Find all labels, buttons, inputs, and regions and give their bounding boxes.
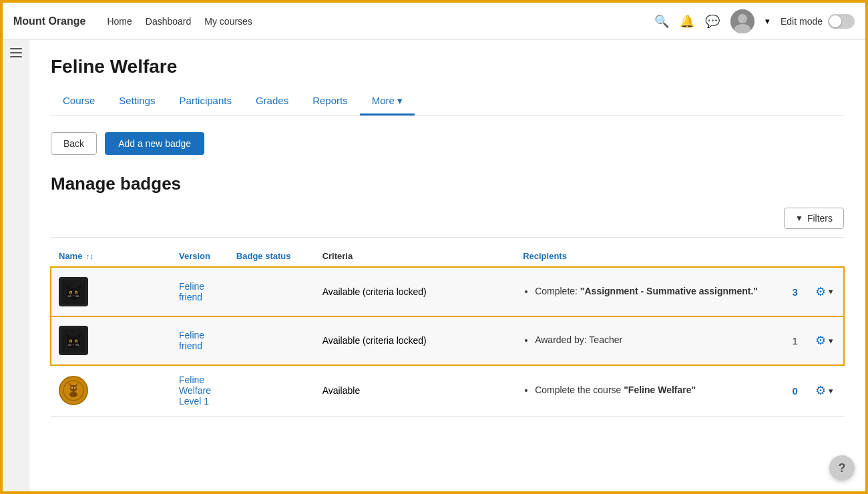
table-row: Felinefriend Available (criteria locked)… — [51, 267, 844, 316]
sidebar-toggle-button[interactable] — [3, 40, 29, 491]
tab-reports[interactable]: Reports — [300, 88, 360, 115]
svg-point-9 — [70, 292, 71, 294]
svg-line-26 — [68, 345, 71, 346]
toggle-knob — [829, 15, 841, 27]
badge-icon-cat-2 — [59, 326, 88, 355]
badge-icon-cat — [59, 277, 88, 306]
svg-point-35 — [69, 392, 77, 397]
gear-icon-3[interactable]: ⚙ — [815, 383, 826, 398]
nav-dashboard[interactable]: Dashboard — [146, 16, 192, 27]
badge-icon-cell-2 — [51, 316, 171, 365]
badge-recipients-3: 0 — [785, 365, 808, 417]
filters-row: ▼ Filters — [51, 208, 844, 229]
col-header-name: Name ↑↕ — [51, 246, 171, 267]
badge-name-cell-3: FelineWelfareLevel 1 — [171, 365, 228, 417]
main-content: Feline Welfare Course Settings Participa… — [29, 40, 865, 491]
svg-line-13 — [68, 296, 71, 297]
svg-point-33 — [71, 387, 73, 389]
nav-my-courses[interactable]: My courses — [204, 16, 252, 27]
menu-line-1 — [10, 48, 22, 49]
svg-point-17 — [67, 336, 80, 348]
gear-icon-1[interactable]: ⚙ — [815, 284, 826, 299]
search-icon[interactable]: 🔍 — [654, 14, 669, 29]
chevron-down-icon-2[interactable]: ▾ — [829, 336, 833, 346]
gear-icon-2[interactable]: ⚙ — [815, 333, 826, 348]
add-badge-button[interactable]: Add a new badge — [105, 132, 204, 155]
badge-icon-gold-3 — [59, 376, 88, 405]
more-dropdown-icon: ▾ — [397, 95, 403, 106]
tab-more[interactable]: More ▾ — [360, 88, 415, 115]
sort-icon[interactable]: ↑↕ — [86, 252, 93, 260]
main-layout: Feline Welfare Course Settings Participa… — [3, 40, 865, 491]
badge-status-2: Available (criteria locked) — [314, 316, 515, 365]
badge-name-cell-2: Felinefriend — [171, 316, 228, 365]
badge-name-cell-1: Felinefriend — [171, 267, 228, 316]
svg-point-1 — [738, 14, 747, 23]
badge-name-link-2[interactable]: Felinefriend — [179, 330, 220, 351]
chevron-down-icon-1[interactable]: ▾ — [829, 286, 833, 296]
filter-icon: ▼ — [795, 214, 803, 223]
help-button[interactable]: ? — [829, 455, 855, 481]
badge-status-3: Available — [314, 365, 515, 417]
tab-settings[interactable]: Settings — [107, 88, 167, 115]
menu-line-2 — [10, 52, 22, 53]
section-title: Manage badges — [51, 174, 844, 194]
chevron-down-icon-3[interactable]: ▾ — [829, 386, 833, 396]
avatar[interactable] — [730, 9, 754, 33]
col-header-version: Version — [171, 246, 228, 267]
badge-recipients-1: 3 — [785, 267, 808, 316]
tab-participants[interactable]: Participants — [168, 88, 244, 115]
badge-actions-1: ⚙ ▾ — [807, 267, 844, 316]
recipients-count-3[interactable]: 0 — [793, 385, 798, 397]
table-body: Felinefriend Available (criteria locked)… — [51, 267, 844, 417]
badge-version-3 — [228, 365, 314, 417]
edit-mode-toggle[interactable] — [828, 14, 855, 29]
col-header-criteria: Criteria — [314, 246, 515, 267]
badge-status-1: Available (criteria locked) — [314, 267, 515, 316]
recipients-count-1[interactable]: 3 — [793, 286, 798, 298]
chat-icon[interactable]: 💬 — [705, 14, 720, 29]
back-button[interactable]: Back — [51, 132, 97, 155]
table-header: Name ↑↕ Version Badge status Criteria Re… — [51, 246, 844, 267]
badge-criteria-2: Awarded by: Teacher — [515, 316, 784, 365]
svg-point-34 — [74, 387, 75, 389]
course-tabs: Course Settings Participants Grades Repo… — [51, 88, 844, 116]
avatar-dropdown-icon[interactable]: ▾ — [765, 16, 770, 26]
col-header-status: Badge status — [228, 246, 314, 267]
edit-mode-wrap: Edit mode — [781, 14, 855, 29]
badge-icon-cell — [51, 267, 171, 316]
svg-line-28 — [75, 345, 79, 346]
nav-right: 🔍 🔔 💬 ▾ Edit mode — [654, 9, 855, 33]
badge-name-link-3[interactable]: FelineWelfareLevel 1 — [179, 375, 220, 407]
bell-icon[interactable]: 🔔 — [680, 14, 694, 29]
edit-mode-label: Edit mode — [781, 16, 823, 27]
table-row: FelineWelfareLevel 1 Available Complete … — [51, 365, 844, 417]
svg-point-22 — [70, 340, 71, 343]
badge-actions-3: ⚙ ▾ — [807, 365, 844, 417]
tab-grades[interactable]: Grades — [244, 88, 300, 115]
badge-criteria-3: Complete the course "Feline Welfare" — [515, 365, 784, 417]
badge-version-2 — [228, 316, 314, 365]
top-navigation: Mount Orange Home Dashboard My courses 🔍… — [3, 3, 865, 40]
svg-point-4 — [67, 288, 80, 300]
divider — [51, 237, 844, 238]
col-header-recipients: Recipients — [515, 246, 784, 267]
badge-name-link-1[interactable]: Felinefriend — [179, 281, 220, 302]
action-buttons: Back Add a new badge — [51, 132, 844, 155]
svg-line-15 — [75, 296, 79, 297]
svg-point-10 — [75, 292, 77, 294]
svg-point-23 — [75, 340, 77, 343]
menu-line-3 — [10, 56, 22, 57]
course-title: Feline Welfare — [51, 56, 844, 77]
badge-criteria-1: Complete: "Assignment - Summative assign… — [515, 267, 784, 316]
recipients-count-2: 1 — [793, 335, 798, 346]
badge-version-1 — [228, 267, 314, 316]
table-row: Felinefriend Available (criteria locked)… — [51, 316, 844, 365]
filters-label: Filters — [807, 213, 833, 224]
filters-button[interactable]: ▼ Filters — [784, 208, 844, 229]
col-header-actions — [785, 246, 808, 267]
nav-home[interactable]: Home — [107, 16, 132, 27]
tab-course[interactable]: Course — [51, 88, 107, 115]
brand-name: Mount Orange — [13, 15, 85, 27]
badge-icon-cell-3 — [51, 365, 171, 417]
